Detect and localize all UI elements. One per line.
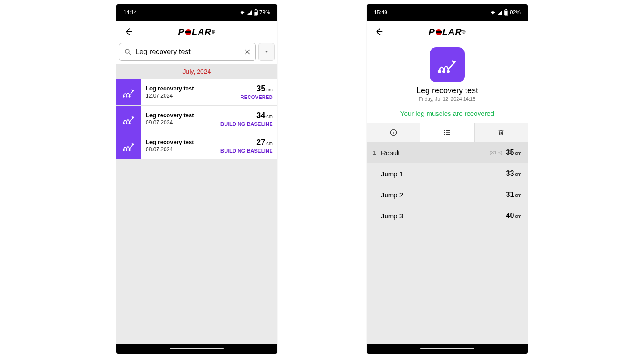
appbar: PLAR® bbox=[367, 21, 528, 43]
statusbar: 14:14 73% bbox=[116, 4, 277, 21]
svg-point-20 bbox=[444, 130, 445, 131]
activity-icon bbox=[116, 79, 141, 105]
back-button[interactable] bbox=[121, 24, 136, 39]
jump-value: 31 bbox=[506, 191, 514, 198]
item-unit: cm bbox=[266, 141, 273, 146]
search-icon bbox=[124, 48, 132, 56]
svg-point-6 bbox=[129, 96, 130, 97]
chevron-down-icon bbox=[264, 50, 269, 54]
status-time: 14:14 bbox=[123, 9, 137, 16]
search-box[interactable] bbox=[119, 43, 256, 61]
jump-label: Jump 2 bbox=[381, 191, 506, 199]
svg-point-9 bbox=[129, 123, 130, 124]
status-time: 15:49 bbox=[374, 9, 387, 16]
svg-point-4 bbox=[123, 96, 124, 97]
jump-label: Jump 1 bbox=[381, 170, 506, 178]
filter-button[interactable] bbox=[258, 43, 275, 61]
signal-icon bbox=[247, 10, 252, 15]
detail-title: Leg recovery test bbox=[416, 86, 478, 95]
activity-icon bbox=[116, 132, 141, 159]
result-unit: cm bbox=[515, 150, 521, 156]
svg-rect-15 bbox=[505, 11, 507, 15]
list-item[interactable]: Leg recovery test 09.07.2024 34cm BUILDI… bbox=[116, 106, 277, 132]
jump-row: Jump 1 33cm bbox=[367, 163, 528, 184]
svg-point-3 bbox=[125, 49, 129, 53]
svg-point-7 bbox=[123, 123, 124, 124]
detail-hero: Leg recovery test Friday, Jul 12, 2024 1… bbox=[367, 43, 528, 105]
item-value: 35 bbox=[256, 84, 265, 93]
item-value: 27 bbox=[256, 138, 265, 147]
list-item[interactable]: Leg recovery test 12.07.2024 35cm RECOVE… bbox=[116, 79, 277, 106]
jump-label: Jump 3 bbox=[381, 212, 506, 220]
item-unit: cm bbox=[266, 114, 273, 119]
jump-unit: cm bbox=[515, 171, 521, 177]
activity-icon bbox=[116, 106, 141, 132]
statusbar: 15:49 92% bbox=[367, 4, 528, 21]
item-title: Leg recovery test bbox=[146, 85, 232, 92]
phone-right: 15:49 92% PLAR® Leg recovery test Friday… bbox=[367, 4, 528, 354]
svg-point-10 bbox=[123, 149, 124, 150]
svg-point-17 bbox=[443, 71, 445, 73]
result-header-row: 1 Result (31 <) 35cm bbox=[367, 142, 528, 163]
list-icon bbox=[443, 128, 452, 136]
svg-point-22 bbox=[444, 134, 445, 135]
status-battery: 73% bbox=[259, 9, 270, 16]
brand-logo: PLAR® bbox=[136, 27, 258, 37]
item-status: BUILDING BASELINE bbox=[220, 121, 273, 127]
result-value: 35 bbox=[506, 149, 514, 156]
svg-point-5 bbox=[126, 96, 127, 97]
jump-value: 40 bbox=[506, 212, 514, 219]
result-note: (31 <) bbox=[489, 150, 502, 155]
svg-rect-1 bbox=[255, 9, 257, 10]
item-unit: cm bbox=[266, 87, 273, 92]
svg-point-16 bbox=[438, 71, 441, 73]
result-label: Result bbox=[381, 149, 489, 157]
appbar: PLAR® bbox=[116, 21, 277, 43]
signal-icon bbox=[497, 10, 503, 15]
svg-point-11 bbox=[126, 149, 127, 150]
svg-point-18 bbox=[447, 71, 449, 73]
recovery-message: Your leg muscles are recovered bbox=[367, 105, 528, 123]
wifi-icon bbox=[239, 10, 246, 15]
trash-icon bbox=[497, 128, 504, 136]
jump-unit: cm bbox=[515, 213, 521, 219]
jump-row: Jump 3 40cm bbox=[367, 205, 528, 226]
month-header: July, 2024 bbox=[116, 64, 277, 79]
clear-icon[interactable] bbox=[244, 48, 251, 55]
svg-point-21 bbox=[444, 132, 445, 133]
item-status: RECOVERED bbox=[241, 94, 273, 100]
battery-icon bbox=[254, 9, 258, 16]
jump-value: 33 bbox=[506, 170, 514, 177]
svg-point-8 bbox=[126, 123, 127, 124]
svg-point-12 bbox=[129, 149, 130, 150]
svg-rect-14 bbox=[505, 9, 507, 10]
item-date: 08.07.2024 bbox=[146, 146, 212, 153]
search-input[interactable] bbox=[136, 48, 244, 56]
android-navbar bbox=[367, 344, 528, 354]
detail-tabs bbox=[367, 123, 528, 142]
detail-subtitle: Friday, Jul 12, 2024 14:15 bbox=[419, 96, 475, 102]
jump-row: Jump 2 31cm bbox=[367, 184, 528, 205]
item-status: BUILDING BASELINE bbox=[220, 148, 273, 153]
wifi-icon bbox=[490, 10, 496, 15]
results-list: 1 Result (31 <) 35cm Jump 1 33cm Jump 2 … bbox=[367, 142, 528, 344]
test-list: Leg recovery test 12.07.2024 35cm RECOVE… bbox=[116, 79, 277, 344]
brand-logo: PLAR® bbox=[386, 27, 508, 37]
battery-icon bbox=[504, 9, 508, 16]
activity-icon bbox=[430, 47, 465, 82]
tab-list[interactable] bbox=[420, 123, 474, 142]
tab-info[interactable] bbox=[367, 123, 420, 142]
item-date: 12.07.2024 bbox=[146, 93, 232, 99]
info-icon bbox=[390, 128, 398, 136]
back-button[interactable] bbox=[371, 24, 386, 39]
search-row bbox=[116, 43, 277, 64]
item-value: 34 bbox=[256, 111, 265, 120]
item-date: 09.07.2024 bbox=[146, 119, 212, 126]
jump-unit: cm bbox=[515, 192, 521, 198]
list-item[interactable]: Leg recovery test 08.07.2024 27cm BUILDI… bbox=[116, 132, 277, 159]
tab-delete[interactable] bbox=[475, 123, 528, 142]
phone-left: 14:14 73% PLAR® July, 2024 bbox=[116, 4, 277, 354]
android-navbar bbox=[116, 344, 277, 354]
item-title: Leg recovery test bbox=[146, 139, 212, 145]
item-title: Leg recovery test bbox=[146, 112, 212, 119]
